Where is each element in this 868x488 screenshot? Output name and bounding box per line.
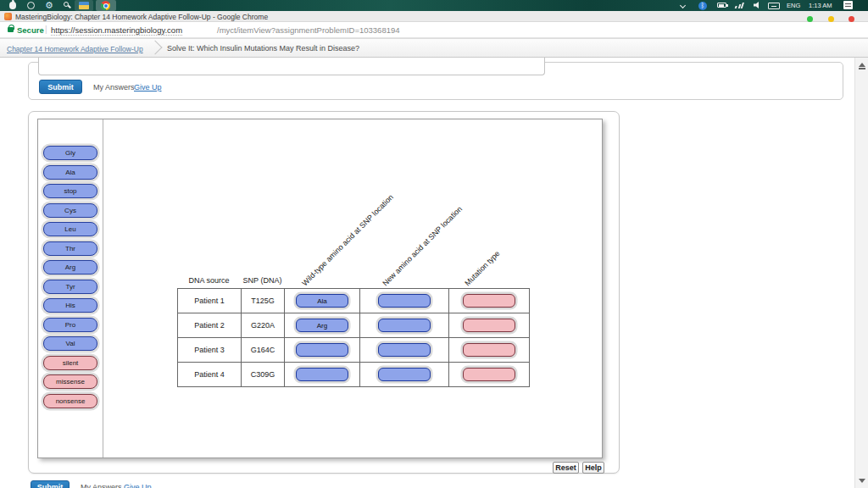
chrome-icon [101, 1, 110, 10]
snp-cell: C309G [242, 363, 285, 387]
desktop-taskbar: ⚙ ᛒ ENG 1:13 AM [0, 0, 868, 11]
slot-cell [449, 313, 530, 338]
give-up-link[interactable]: Give Up [134, 83, 162, 92]
snp-cell: T125G [242, 289, 285, 313]
mutation-type-slot[interactable] [463, 343, 515, 357]
table-row: Patient 2G220AArg [178, 313, 530, 338]
table-row: Patient 4C309G [178, 363, 530, 387]
table-row: Patient 3G164C [178, 338, 530, 363]
yellow-dot-icon[interactable] [828, 16, 834, 22]
url-host: https://session.masteringbiology.com [51, 25, 182, 36]
help-button[interactable]: Help [582, 462, 604, 474]
snp-cell: G220A [242, 313, 285, 338]
submit-button[interactable]: Submit [39, 80, 82, 94]
notification-icon[interactable] [843, 1, 853, 9]
secure-label: Secure [17, 25, 44, 35]
slot-cell [360, 363, 449, 387]
new-amino-slot[interactable] [378, 368, 431, 381]
reset-button[interactable]: Reset [553, 462, 579, 474]
my-answers-label[interactable]: My Answers [93, 83, 135, 92]
table-row: Patient 1T125GAla [178, 289, 530, 313]
gear-icon[interactable]: ⚙ [45, 0, 53, 11]
mutation-type-slot[interactable] [463, 368, 515, 381]
url-path: /myct/itemView?assignmentProblemID=10336… [217, 25, 400, 35]
window-title: MasteringBiology: Chapter 14 Homework Ad… [15, 13, 268, 21]
padlock-icon [8, 27, 14, 32]
language-indicator[interactable]: ENG [787, 0, 800, 11]
chrome-app-button[interactable] [96, 0, 116, 11]
mutation-type-slot[interactable] [463, 319, 515, 332]
my-answers-label-bottom[interactable]: My Answers [81, 483, 122, 488]
bin-chip-Gly[interactable]: Gly [43, 146, 97, 160]
slot-cell: Ala [285, 289, 360, 313]
breadcrumb: Chapter 14 Homework Adaptive Follow-Up S… [0, 38, 868, 58]
wild-type-slot[interactable] [296, 368, 348, 381]
battery-icon[interactable] [717, 3, 726, 8]
give-up-link-bottom[interactable]: Give Up [124, 483, 152, 488]
activity-panel: GlyAlastopCysLeuThrArgTyrHisProValsilent… [28, 111, 620, 474]
bin-chip-nonsense[interactable]: nonsense [43, 394, 97, 408]
mutation-type-slot[interactable] [463, 294, 515, 308]
answer-textarea[interactable] [38, 58, 545, 75]
slot-cell [360, 338, 449, 363]
bin-chip-Tyr[interactable]: Tyr [43, 280, 97, 294]
wild-type-chip[interactable]: Arg [296, 319, 348, 332]
bin-chip-stop[interactable]: stop [43, 184, 97, 198]
mutation-table: Patient 1T125GAlaPatient 2G220AArgPatien… [177, 288, 530, 387]
url-divider: | [45, 25, 47, 34]
slot-cell [449, 289, 530, 313]
green-dot-icon[interactable] [807, 16, 813, 22]
bin-chip-missense[interactable]: missense [43, 374, 97, 389]
volume-icon[interactable] [754, 2, 760, 8]
bluetooth-icon[interactable]: ᛒ [698, 2, 707, 10]
red-dot-icon[interactable] [849, 16, 854, 22]
wild-type-chip[interactable]: Ala [296, 294, 348, 308]
slot-cell: Arg [285, 313, 360, 338]
bin-chip-Cys[interactable]: Cys [43, 203, 97, 218]
snp-cell: G164C [242, 338, 285, 363]
dna-source-cell: Patient 1 [178, 289, 242, 313]
window-titlebar: MasteringBiology: Chapter 14 Homework Ad… [0, 11, 868, 22]
signal-icon[interactable] [735, 2, 748, 8]
bin-chip-Ala[interactable]: Ala [43, 165, 97, 180]
breadcrumb-chevron-icon [148, 41, 163, 55]
masteringbiology-favicon [4, 13, 12, 20]
slot-cell [360, 289, 449, 313]
mutation-type-header: Mutation type [463, 249, 502, 288]
scroll-up-base [859, 68, 865, 69]
bin-chip-Thr[interactable]: Thr [43, 241, 97, 256]
new-amino-slot[interactable] [378, 294, 431, 308]
search-icon[interactable] [64, 2, 69, 7]
files-app-button[interactable] [75, 0, 93, 11]
dna-source-cell: Patient 3 [178, 338, 242, 363]
keyboard-icon[interactable] [768, 3, 780, 9]
chevron-down-icon[interactable] [680, 3, 686, 8]
snp-header: SNP (DNA) [241, 276, 284, 285]
bin-chip-Arg[interactable]: Arg [43, 260, 97, 274]
dna-source-cell: Patient 2 [178, 313, 242, 338]
apple-icon[interactable] [9, 2, 16, 9]
scroll-down-icon[interactable] [859, 479, 865, 483]
wild-type-slot[interactable] [296, 343, 348, 357]
bin-chip-Pro[interactable]: Pro [43, 318, 97, 332]
bin-chip-silent[interactable]: silent [43, 356, 97, 370]
slot-cell [449, 338, 530, 363]
submit-button-bottom[interactable]: Submit [31, 480, 70, 488]
new-amino-slot[interactable] [378, 319, 431, 332]
new-amino-header: New amino acid at SNP location [381, 204, 465, 288]
page-title: Solve It: Which Insulin Mutations May Re… [167, 44, 359, 53]
slot-cell [285, 338, 360, 363]
bin-chip-Leu[interactable]: Leu [43, 222, 97, 236]
scrollbar[interactable] [854, 58, 868, 488]
browser-urlbar[interactable]: Secure | https://session.masteringbiolog… [0, 22, 868, 38]
drag-drop-area: GlyAlastopCysLeuThrArgTyrHisProValsilent… [37, 119, 603, 458]
new-amino-slot[interactable] [378, 343, 431, 357]
dna-source-header: DNA source [177, 276, 241, 285]
wild-type-header: Wild-type amino acid at SNP location [300, 193, 395, 288]
bin-chip-His[interactable]: His [43, 298, 97, 313]
circle-icon[interactable] [27, 2, 35, 9]
scroll-up-icon[interactable] [859, 63, 865, 67]
dna-source-cell: Patient 4 [178, 363, 242, 387]
bin-chip-Val[interactable]: Val [43, 336, 97, 351]
breadcrumb-assignment-link[interactable]: Chapter 14 Homework Adaptive Follow-Up [7, 45, 143, 53]
